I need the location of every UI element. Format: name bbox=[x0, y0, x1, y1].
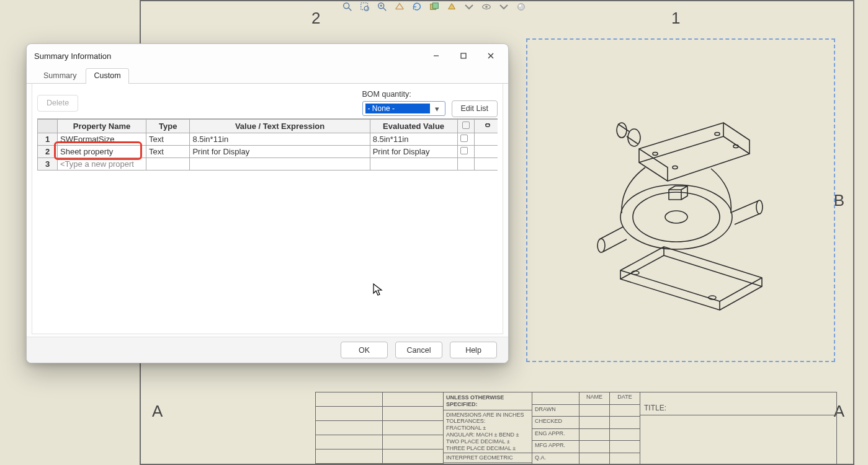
tb-date-hdr: DATE bbox=[610, 392, 640, 405]
svg-point-26 bbox=[673, 166, 678, 169]
tb-spec-line: TWO PLACE DECIMAL ± bbox=[446, 438, 529, 445]
row-number[interactable]: 3 bbox=[38, 158, 58, 170]
row-number[interactable]: 2 bbox=[38, 146, 58, 158]
dialog-title: Summary Information bbox=[34, 51, 423, 61]
tab-custom[interactable]: Custom bbox=[86, 68, 128, 84]
column-value[interactable]: Value / Text Expression bbox=[190, 120, 370, 133]
column-property-name[interactable]: Property Name bbox=[58, 120, 146, 133]
svg-point-3 bbox=[364, 6, 369, 11]
shaded-icon[interactable] bbox=[446, 1, 457, 12]
cell-type[interactable] bbox=[146, 158, 189, 170]
row-number[interactable]: 1 bbox=[38, 133, 58, 146]
cell-property-name[interactable]: SWFormatSize bbox=[58, 133, 146, 146]
help-button[interactable]: Help bbox=[450, 342, 497, 358]
maximize-button[interactable] bbox=[450, 46, 477, 65]
cell-value[interactable]: Print for Display bbox=[190, 146, 370, 158]
table-corner[interactable] bbox=[38, 120, 58, 133]
tb-spec-header: UNLESS OTHERWISE SPECIFIED: bbox=[444, 392, 532, 410]
svg-point-23 bbox=[653, 153, 658, 156]
svg-point-17 bbox=[665, 211, 687, 223]
hide-show-icon[interactable] bbox=[481, 1, 492, 12]
cell-property-name[interactable]: <Type a new propert bbox=[58, 158, 146, 170]
dialog-tabs: Summary Custom bbox=[27, 68, 508, 84]
table-row[interactable]: 1 SWFormatSize Text 8.5in*11in 8.5in*11i… bbox=[38, 133, 498, 146]
cell-evaluated[interactable] bbox=[370, 158, 457, 170]
link-icon bbox=[483, 122, 493, 131]
cell-property-name[interactable]: Sheet property bbox=[58, 146, 146, 158]
svg-point-15 bbox=[620, 185, 732, 249]
edit-list-button[interactable]: Edit List bbox=[452, 100, 498, 117]
tb-spec-line: DIMENSIONS ARE IN INCHES bbox=[446, 412, 529, 418]
tb-spec-line: TOLERANCES: bbox=[446, 418, 529, 425]
chevron-down-icon[interactable] bbox=[463, 1, 475, 12]
bom-quantity-combo[interactable]: - None - ▾ bbox=[362, 101, 445, 116]
column-evaluated[interactable]: Evaluated Value bbox=[370, 120, 457, 133]
cell-checkbox[interactable] bbox=[457, 146, 475, 158]
cell-type[interactable]: Text bbox=[146, 133, 189, 146]
svg-line-1 bbox=[348, 8, 351, 11]
tb-spec-line: FRACTIONAL ± bbox=[446, 425, 529, 432]
drawing-view-model[interactable] bbox=[596, 81, 782, 316]
view-toolbar bbox=[342, 1, 527, 12]
column-type[interactable]: Type bbox=[146, 120, 189, 133]
delete-button[interactable]: Delete bbox=[37, 95, 78, 112]
properties-table[interactable]: Property Name Type Value / Text Expressi… bbox=[37, 119, 498, 170]
svg-point-24 bbox=[715, 133, 720, 136]
dialog-body: Delete BOM quantity: - None - ▾ Edit Lis… bbox=[32, 84, 503, 334]
cell-value[interactable] bbox=[190, 158, 370, 170]
dialog-titlebar[interactable]: Summary Information bbox=[27, 44, 508, 68]
chevron-down-icon: ▾ bbox=[432, 104, 442, 113]
svg-rect-28 bbox=[461, 53, 466, 58]
column-link[interactable] bbox=[475, 120, 498, 133]
zoom-fit-icon[interactable] bbox=[342, 1, 353, 12]
minimize-button[interactable] bbox=[423, 46, 450, 65]
cell-evaluated[interactable]: 8.5in*11in bbox=[370, 133, 457, 146]
cancel-button[interactable]: Cancel bbox=[395, 342, 442, 358]
zoom-area-icon[interactable] bbox=[359, 1, 370, 12]
cell-checkbox[interactable] bbox=[457, 133, 475, 146]
cell-type[interactable]: Text bbox=[146, 146, 189, 158]
cell-value[interactable]: 8.5in*11in bbox=[190, 133, 370, 146]
rotate-view-icon[interactable] bbox=[411, 1, 423, 12]
table-row[interactable]: 2 Sheet property Text Print for Display … bbox=[38, 146, 498, 158]
table-row[interactable]: 3 <Type a new propert bbox=[38, 158, 498, 170]
appearance-icon[interactable] bbox=[516, 1, 527, 12]
tb-qa: Q.A. bbox=[532, 453, 579, 466]
cell-link[interactable] bbox=[475, 146, 498, 158]
svg-point-0 bbox=[343, 3, 349, 9]
ruler-row-b: B bbox=[834, 191, 844, 210]
bom-quantity-label: BOM quantity: bbox=[362, 90, 445, 99]
cell-checkbox[interactable] bbox=[457, 158, 475, 170]
ruler-row-a-left: A bbox=[152, 402, 163, 421]
svg-point-20 bbox=[628, 129, 640, 146]
cell-link[interactable] bbox=[475, 158, 498, 170]
dialog-button-row: OK Cancel Help bbox=[27, 337, 508, 363]
tb-name-hdr: NAME bbox=[579, 392, 609, 405]
svg-point-19 bbox=[756, 200, 763, 214]
tb-spec-line: ANGULAR: MACH ± BEND ± bbox=[446, 432, 529, 438]
tb-spec-line: INTERPRET GEOMETRIC bbox=[444, 453, 532, 463]
tab-summary[interactable]: Summary bbox=[35, 68, 84, 84]
svg-point-10 bbox=[485, 6, 488, 8]
summary-information-dialog: Summary Information Summary Custom Delet… bbox=[26, 43, 509, 363]
title-block: UNLESS OTHERWISE SPECIFIED: DIMENSIONS A… bbox=[315, 392, 837, 465]
tb-mfgappr: MFG APPR. bbox=[532, 441, 579, 453]
ruler-column-1: 1 bbox=[671, 9, 680, 28]
cell-link[interactable] bbox=[475, 133, 498, 146]
display-style-icon[interactable] bbox=[429, 1, 440, 12]
column-checkbox[interactable] bbox=[457, 120, 475, 133]
svg-point-11 bbox=[517, 4, 524, 11]
svg-point-12 bbox=[519, 4, 521, 7]
tb-engappr: ENG APPR. bbox=[532, 429, 579, 441]
svg-rect-8 bbox=[432, 3, 438, 9]
section-view-icon[interactable] bbox=[394, 1, 405, 12]
close-button[interactable] bbox=[477, 46, 504, 65]
cell-evaluated[interactable]: Print for Display bbox=[370, 146, 457, 158]
tb-spec-line: THREE PLACE DECIMAL ± bbox=[446, 445, 529, 452]
svg-point-21 bbox=[617, 123, 627, 138]
chevron-down-icon[interactable] bbox=[498, 1, 509, 12]
zoom-previous-icon[interactable] bbox=[377, 1, 388, 12]
svg-rect-22 bbox=[669, 190, 681, 200]
svg-point-18 bbox=[597, 239, 605, 252]
ok-button[interactable]: OK bbox=[341, 342, 388, 358]
